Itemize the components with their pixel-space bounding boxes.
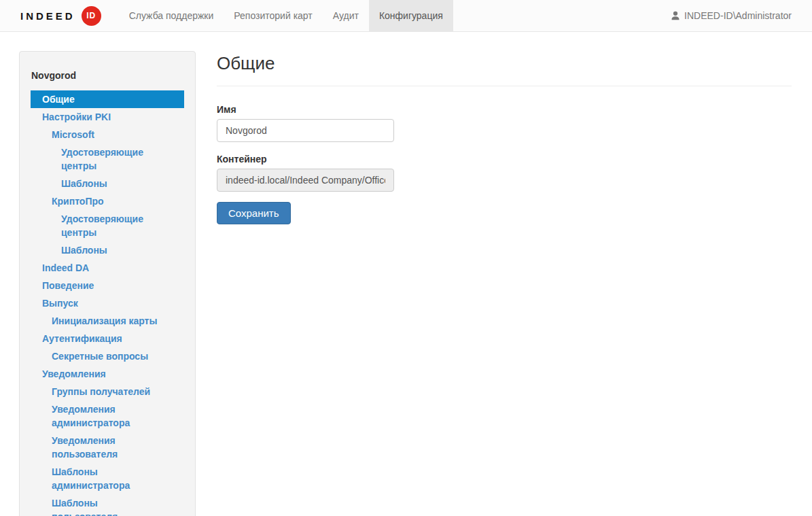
sidebar-item[interactable]: Выпуск <box>31 294 184 312</box>
sidebar-item[interactable]: Indeed DA <box>31 259 184 277</box>
container-field-group: Контейнер <box>217 154 792 192</box>
container-label: Контейнер <box>217 154 792 165</box>
user-menu[interactable]: INDEED-ID\Administrator <box>671 0 812 31</box>
sidebar-item[interactable]: Шаблоны пользователя <box>31 494 164 516</box>
sidebar-item[interactable]: Инициализация карты <box>31 312 164 330</box>
sidebar-item[interactable]: Поведение <box>31 277 184 294</box>
nav-item[interactable]: Аудит <box>323 0 369 31</box>
navbar: INDEED ID Служба поддержкиРепозиторий ка… <box>0 0 812 32</box>
sidebar-item[interactable]: Настройки PKI <box>31 108 184 126</box>
user-icon <box>671 11 680 20</box>
name-label: Имя <box>217 104 792 115</box>
title-divider <box>217 86 792 86</box>
user-name: INDEED-ID\Administrator <box>684 10 792 21</box>
sidebar-item[interactable]: Секретные вопросы <box>31 347 164 365</box>
sidebar: Novgorod ОбщиеНастройки PKIMicrosoftУдос… <box>19 51 196 516</box>
sidebar-item[interactable]: Шаблоны <box>31 241 166 259</box>
sidebar-item[interactable]: КриптоПро <box>31 192 164 210</box>
sidebar-item[interactable]: Общие <box>31 90 184 108</box>
sidebar-item[interactable]: Уведомления пользователя <box>31 432 164 463</box>
navbar-menu: Служба поддержкиРепозиторий картАудитКон… <box>119 0 453 31</box>
brand-logo[interactable]: INDEED ID <box>0 0 116 31</box>
nav-item[interactable]: Конфигурация <box>369 0 453 31</box>
sidebar-item[interactable]: Уведомления <box>31 365 184 383</box>
general-settings-form: Имя Контейнер Сохранить <box>217 104 792 224</box>
sidebar-item[interactable]: Шаблоны администратора <box>31 463 164 494</box>
sidebar-item[interactable]: Аутентификация <box>31 330 184 347</box>
nav-item[interactable]: Служба поддержки <box>119 0 224 31</box>
sidebar-item[interactable]: Группы получателей <box>31 383 164 400</box>
sidebar-item[interactable]: Шаблоны <box>31 175 166 192</box>
brand-logo-badge: ID <box>82 6 101 26</box>
sidebar-header: Novgorod <box>31 70 184 81</box>
name-field-group: Имя <box>217 104 792 142</box>
container-input <box>217 169 394 192</box>
sidebar-item[interactable]: Microsoft <box>31 126 164 143</box>
sidebar-nav: ОбщиеНастройки PKIMicrosoftУдостоверяющи… <box>31 90 184 516</box>
main-content: Общие Имя Контейнер Сохранить <box>217 32 792 224</box>
sidebar-item[interactable]: Уведомления администратора <box>31 400 164 432</box>
brand-logo-text: INDEED <box>20 10 75 22</box>
nav-item[interactable]: Репозиторий карт <box>224 0 322 31</box>
sidebar-item[interactable]: Удостоверяющие центры <box>31 210 166 241</box>
save-button[interactable]: Сохранить <box>217 202 291 224</box>
page-title: Общие <box>217 53 792 74</box>
sidebar-item[interactable]: Удостоверяющие центры <box>31 143 166 175</box>
name-input[interactable] <box>217 119 394 142</box>
